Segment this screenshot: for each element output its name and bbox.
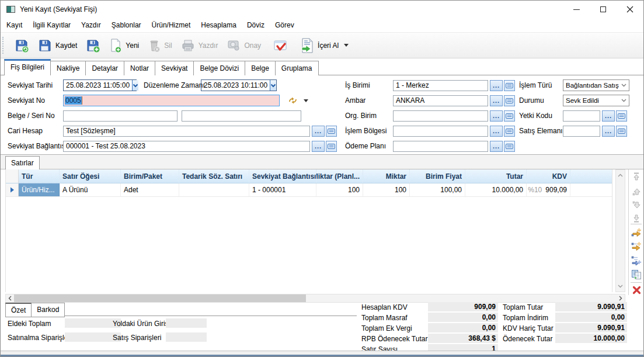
close-button[interactable] — [617, 1, 643, 18]
menu-sablonlar[interactable]: Şablonlar — [106, 19, 147, 32]
islem-bolgesi-lookup-button[interactable]: ... — [490, 126, 503, 137]
odeme-plani-field[interactable] — [393, 141, 488, 152]
col-tutar[interactable]: Tutar — [465, 169, 527, 183]
col-kdv[interactable]: KDV — [527, 169, 570, 183]
odeme-plani-keypad-button[interactable] — [504, 141, 515, 152]
copy-lines-button[interactable] — [631, 269, 642, 280]
scroll-left-icon[interactable] — [6, 294, 14, 302]
islem-turu-select[interactable]: Bağlantıdan Satış — [563, 79, 629, 91]
col-miktar[interactable]: Miktar — [363, 169, 410, 183]
tab-notlar[interactable]: Notlar — [124, 61, 155, 75]
sevkiyat-no-generate-button[interactable] — [288, 96, 298, 105]
satis-elemani-keypad-button[interactable] — [616, 126, 627, 137]
menu-ilgili-kayitlar[interactable]: İlgili Kayıtlar — [27, 19, 76, 32]
duzenleme-zamani-field[interactable]: 25.08.2023 10:11:00 — [201, 79, 277, 91]
sevkiyat-no-field[interactable]: 0005 — [63, 95, 280, 106]
odeme-plani-lookup-button[interactable]: ... — [490, 141, 503, 152]
delete-line-button[interactable] — [631, 285, 642, 295]
belge-no-input[interactable] — [63, 110, 177, 122]
save-button[interactable]: Kaydet — [33, 36, 81, 55]
col-tur[interactable]: Tür — [19, 169, 60, 183]
tab-belge[interactable]: Belge — [245, 61, 276, 75]
toolbar-grip[interactable] — [2, 37, 4, 54]
menu-doviz[interactable]: Döviz — [242, 19, 270, 32]
cell-tutar[interactable]: 10.000,00 — [465, 183, 527, 196]
sevkiyat-baglantisi-field[interactable]: 000001 - Test 25.08.2023 — [63, 141, 310, 152]
col-satir-ogesi[interactable]: Satır Öğesi — [60, 169, 121, 183]
menu-kayit[interactable]: Kayıt — [1, 19, 27, 32]
add-detail-line-button[interactable] — [631, 255, 642, 266]
new-button[interactable]: Yeni — [105, 36, 143, 55]
scroll-down-icon[interactable] — [616, 282, 625, 290]
cell-tedarik-soz-satiri[interactable] — [179, 183, 249, 196]
tab-gruplama[interactable]: Gruplama — [275, 61, 319, 75]
col-birim-paket[interactable]: Birim/Paket — [121, 169, 179, 183]
org-birim-keypad-button[interactable] — [504, 110, 515, 122]
islem-bolgesi-field[interactable] — [393, 126, 488, 137]
tab-detaylar[interactable]: Detaylar — [85, 61, 124, 75]
cari-hesap-lookup-button[interactable]: ... — [312, 126, 325, 137]
cell-birim-paket[interactable]: Adet — [121, 183, 179, 196]
cell-birim-fiyat[interactable]: 100,00 — [410, 183, 465, 196]
cari-hesap-field[interactable]: Test [Sözleşme] — [63, 126, 310, 137]
horizontal-scroll-thumb[interactable] — [14, 294, 306, 302]
maximize-button[interactable] — [590, 1, 617, 18]
cell-kdv[interactable]: %10 909,09 — [527, 183, 570, 196]
yetki-kodu-input[interactable] — [563, 110, 600, 122]
menu-yazdir[interactable]: Yazdır — [76, 19, 106, 32]
menu-gorev[interactable]: Görev — [270, 19, 300, 32]
is-birimi-field[interactable]: 1 - Merkez — [393, 80, 488, 91]
cell-sevkiyat-baglantisi[interactable]: 1 - 000001 — [249, 183, 316, 196]
save-add-button[interactable] — [81, 36, 105, 55]
confirm-button[interactable] — [269, 36, 293, 55]
add-line-button[interactable] — [631, 241, 642, 252]
menu-hesaplama[interactable]: Hesaplama — [196, 19, 242, 32]
yetki-kodu-lookup-button[interactable]: ... — [602, 110, 615, 122]
grid-vertical-scrollbar[interactable] — [615, 169, 625, 292]
is-birimi-keypad-button[interactable] — [504, 80, 515, 91]
col-birim-fiyat[interactable]: Birim Fiyat — [410, 169, 465, 183]
sevkiyat-baglantisi-lookup-button[interactable]: ... — [312, 141, 325, 152]
col-tedarik-soz-satiri[interactable]: Tedarik Söz. Satırı — [179, 169, 249, 183]
org-birim-field[interactable] — [393, 110, 488, 122]
sevkiyat-no-options-icon[interactable] — [304, 99, 308, 102]
tab-fis-bilgileri[interactable]: Fiş Bilgileri — [4, 59, 51, 75]
is-birimi-lookup-button[interactable]: ... — [490, 80, 503, 91]
import-button[interactable]: İçeri Al — [295, 36, 353, 56]
insert-line-button[interactable] — [631, 227, 642, 238]
tab-ozet[interactable]: Özet — [5, 303, 32, 317]
cell-miktar-planlanan[interactable]: 100 — [316, 183, 363, 196]
tab-sevkiyat[interactable]: Sevkiyat — [155, 61, 194, 75]
ambar-lookup-button[interactable]: ... — [490, 95, 503, 106]
tab-satirlar[interactable]: Satırlar — [5, 156, 40, 169]
satis-elemani-input[interactable] — [563, 126, 600, 137]
minimize-button[interactable] — [563, 1, 590, 18]
tab-barkod[interactable]: Barkod — [31, 303, 65, 317]
org-birim-lookup-button[interactable]: ... — [490, 110, 503, 122]
scroll-up-icon[interactable] — [616, 171, 625, 179]
islem-bolgesi-keypad-button[interactable] — [504, 126, 515, 137]
tab-nakliye[interactable]: Nakliye — [50, 61, 86, 75]
yetki-kodu-keypad-button[interactable] — [616, 110, 627, 122]
grid-row[interactable]: Ürün/Hiz... A Ürünü Adet 1 - 000001 100 … — [6, 183, 612, 197]
menu-urun-hizmet[interactable]: Ürün/Hizmet — [147, 19, 196, 32]
ambar-keypad-button[interactable] — [504, 95, 515, 106]
tab-belge-dovizi[interactable]: Belge Dövizi — [193, 61, 245, 75]
col-sevkiyat-baglantisi[interactable]: Sevkiyat Bağlantısı — [249, 169, 316, 183]
duzenleme-zamani-dropdown-button[interactable] — [270, 80, 276, 91]
seri-no-input[interactable] — [182, 110, 301, 122]
durumu-select[interactable]: Sevk Edildi — [563, 95, 629, 106]
satis-elemani-lookup-button[interactable]: ... — [602, 126, 615, 137]
cell-miktar[interactable]: 100 — [363, 183, 410, 196]
grid-horizontal-scrollbar[interactable] — [5, 294, 625, 303]
col-miktar-planlanan[interactable]: Miktar (Planl... — [316, 169, 363, 183]
cell-tur[interactable]: Ürün/Hiz... — [19, 183, 60, 196]
ambar-field[interactable]: ANKARA — [393, 95, 488, 106]
import-dropdown-icon[interactable] — [344, 44, 349, 47]
sevkiyat-tarihi-field[interactable]: 25.08.2023 11:05:00 — [63, 79, 137, 91]
sevkiyat-tarihi-dropdown-button[interactable] — [132, 80, 138, 91]
cari-hesap-keypad-button[interactable] — [326, 126, 337, 137]
cell-satir-ogesi[interactable]: A Ürünü — [60, 183, 121, 196]
sevkiyat-baglantisi-keypad-button[interactable] — [326, 141, 337, 152]
save-and-refresh-button[interactable] — [10, 36, 33, 55]
